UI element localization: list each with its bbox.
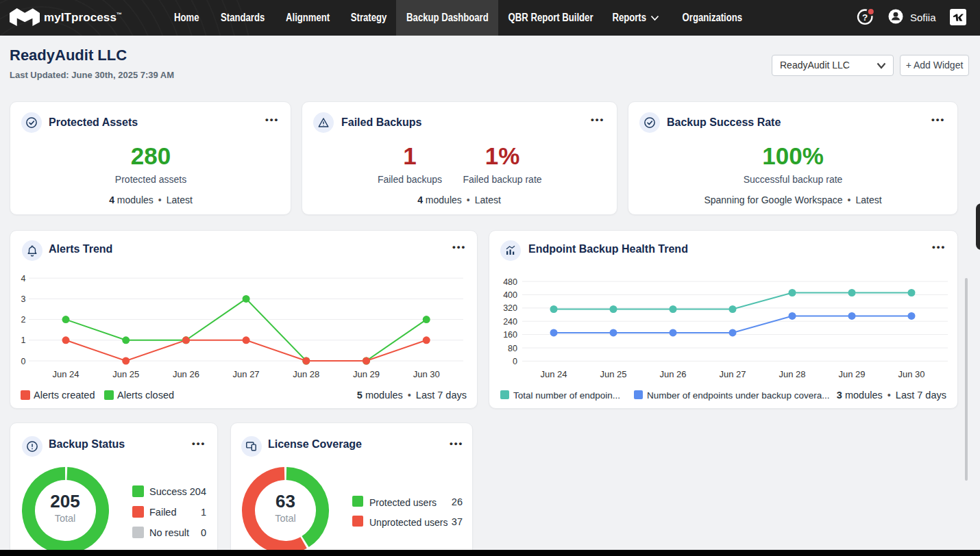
svg-text:320: 320 <box>503 303 517 313</box>
svg-text:Jun 26: Jun 26 <box>173 369 199 379</box>
svg-text:0: 0 <box>513 357 517 366</box>
svg-text:400: 400 <box>503 290 517 300</box>
svg-text:4: 4 <box>21 274 26 283</box>
svg-text:Jun 25: Jun 25 <box>600 369 626 379</box>
svg-text:480: 480 <box>503 277 517 287</box>
svg-text:1: 1 <box>21 336 26 345</box>
svg-text:Jun 25: Jun 25 <box>112 369 139 379</box>
svg-text:Jun 30: Jun 30 <box>898 369 924 379</box>
svg-text:0: 0 <box>21 357 26 366</box>
svg-text:Jun 29: Jun 29 <box>353 369 380 379</box>
svg-text:3: 3 <box>21 294 26 304</box>
svg-text:Jun 26: Jun 26 <box>659 369 686 379</box>
svg-text:Jun 24: Jun 24 <box>540 369 567 379</box>
svg-text:2: 2 <box>21 315 26 325</box>
svg-text:Jun 27: Jun 27 <box>719 369 746 379</box>
svg-text:Jun 28: Jun 28 <box>779 369 805 379</box>
svg-text:Jun 30: Jun 30 <box>413 369 440 379</box>
svg-text:160: 160 <box>503 330 517 340</box>
svg-text:240: 240 <box>503 317 517 327</box>
svg-text:Jun 29: Jun 29 <box>838 369 865 379</box>
svg-text:Jun 27: Jun 27 <box>233 369 260 379</box>
svg-text:Jun 24: Jun 24 <box>52 369 79 379</box>
svg-text:80: 80 <box>508 344 517 353</box>
svg-text:Jun 28: Jun 28 <box>293 369 319 379</box>
